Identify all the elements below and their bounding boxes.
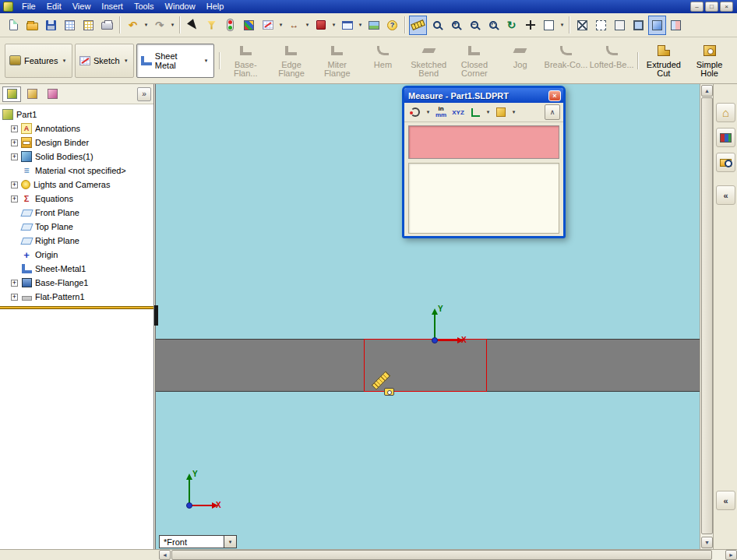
menu-window[interactable]: Window — [160, 0, 201, 13]
menu-insert[interactable]: Insert — [96, 0, 129, 13]
configurationmanager-tab[interactable] — [43, 86, 62, 102]
break-corner-button[interactable]: Break-Co... — [543, 40, 589, 82]
pan-button[interactable] — [521, 16, 539, 35]
redo-dropdown[interactable]: ▾ — [169, 22, 176, 28]
panel-splitter-handle[interactable] — [154, 305, 158, 326]
file-explorer-button[interactable] — [716, 153, 735, 172]
solidworks-resources-button[interactable]: ⌂ — [716, 103, 735, 122]
make-assembly-button[interactable] — [79, 16, 97, 35]
zoom-in-button[interactable] — [446, 16, 464, 35]
print-button[interactable] — [98, 16, 116, 35]
expand-icon[interactable]: + — [11, 280, 18, 287]
edge-flange-button[interactable]: Edge Flange — [269, 40, 315, 82]
expand-icon[interactable]: + — [11, 181, 18, 188]
show-xyz-measurements-button[interactable]: XYZ — [450, 104, 466, 120]
sketch-tab-dropdown[interactable]: ▾ — [123, 58, 129, 64]
expand-icon[interactable]: + — [11, 294, 18, 301]
simple-hole-button[interactable]: Simple Hole — [686, 40, 732, 82]
section-dropdown[interactable]: ▾ — [357, 22, 364, 28]
edit-color-button[interactable] — [240, 16, 258, 35]
expand-icon[interactable]: + — [11, 125, 18, 132]
measure-dialog-titlebar[interactable]: Measure - Part1.SLDPRT × — [404, 88, 563, 103]
units-precision-button[interactable]: in mm — [433, 104, 449, 120]
redo-button[interactable]: ↷ — [150, 16, 168, 35]
make-drawing-button[interactable] — [61, 16, 79, 35]
edit-material-button[interactable] — [312, 16, 330, 35]
rollback-bar[interactable] — [0, 306, 153, 309]
zoom-to-area-button[interactable] — [484, 16, 502, 35]
scroll-right-button[interactable]: ► — [725, 550, 737, 560]
material-dropdown[interactable]: ▾ — [330, 22, 337, 28]
wireframe-button[interactable] — [573, 16, 591, 35]
hem-button[interactable]: Hem — [360, 40, 406, 82]
menu-edit[interactable]: Edit — [41, 0, 67, 13]
tree-item-base-flange1[interactable]: +Base-Flange1 — [0, 276, 153, 290]
select-button[interactable] — [184, 16, 202, 35]
new-document-button[interactable] — [5, 16, 23, 35]
view-orientation-button[interactable] — [540, 16, 558, 35]
miter-flange-button[interactable]: Miter Flange — [314, 40, 360, 82]
tree-item-flat-pattern1[interactable]: +Flat-Pattern1 — [0, 290, 153, 304]
expand-icon[interactable]: + — [11, 195, 18, 203]
projection-button[interactable] — [493, 104, 509, 120]
sketched-bend-button[interactable]: Sketched Bend — [406, 40, 452, 82]
jog-button[interactable]: Jog — [497, 40, 543, 82]
tree-item-equations[interactable]: +Equations — [0, 192, 153, 206]
expand-icon[interactable]: + — [11, 153, 18, 160]
drawing-sheet-button[interactable] — [365, 16, 383, 35]
sketch-dropdown[interactable]: ▾ — [277, 22, 284, 28]
zoom-to-fit-button[interactable] — [428, 16, 446, 35]
collapse-taskpane-button-lower[interactable]: « — [716, 491, 735, 510]
collapse-dialog-button[interactable]: ∧ — [545, 104, 560, 120]
smart-dimension-button[interactable]: ↔ — [285, 16, 303, 35]
undo-button[interactable]: ↶ — [124, 16, 142, 35]
dimension-dropdown[interactable]: ▾ — [304, 22, 311, 28]
scroll-down-button[interactable]: ▼ — [701, 537, 713, 548]
lofted-bend-button[interactable]: Lofted-Be... — [589, 40, 635, 82]
tree-item-material[interactable]: Material <not specified> — [0, 164, 153, 178]
measure-tool-button[interactable] — [409, 16, 427, 35]
tree-item-part1[interactable]: Part1 — [0, 107, 153, 122]
base-flange-button[interactable]: Base-Flan... — [223, 40, 269, 82]
open-document-button[interactable] — [23, 16, 41, 35]
hidden-lines-visible-button[interactable] — [592, 16, 610, 35]
propertymanager-tab[interactable] — [23, 86, 41, 102]
tree-item-design-binder[interactable]: +Design Binder — [0, 136, 153, 150]
vertical-scroll-thumb[interactable] — [701, 97, 713, 534]
arc-circle-measure-button[interactable] — [407, 104, 423, 120]
scroll-up-button[interactable]: ▲ — [701, 85, 713, 97]
collapse-taskpane-button[interactable]: « — [716, 185, 735, 205]
shaded-with-edges-button[interactable] — [629, 16, 647, 35]
view-orientation-combo[interactable]: *Front ▾ — [159, 535, 237, 548]
extruded-cut-button[interactable]: Extruded Cut — [641, 40, 687, 82]
section-display-button[interactable] — [667, 16, 685, 35]
tree-item-right-plane[interactable]: Right Plane — [0, 234, 153, 248]
scroll-left-button[interactable]: ◄ — [159, 550, 171, 560]
point-to-point-dropdown[interactable]: ▾ — [485, 109, 492, 115]
undo-dropdown[interactable]: ▾ — [143, 22, 150, 28]
measure-dialog[interactable]: Measure - Part1.SLDPRT × ▾ in mm XYZ ▾ ▾… — [402, 86, 566, 238]
tree-item-lights-cameras[interactable]: +Lights and Cameras — [0, 178, 153, 192]
zoom-out-button[interactable] — [465, 16, 483, 35]
tab-sheet-metal[interactable]: Sheet Metal ▾ — [136, 44, 214, 78]
design-library-button[interactable] — [716, 128, 735, 147]
vertical-scrollbar[interactable]: ▲ ▼ — [700, 84, 713, 549]
tab-features[interactable]: Features ▾ — [5, 44, 72, 78]
arc-measure-dropdown[interactable]: ▾ — [425, 109, 432, 115]
tree-item-origin[interactable]: Origin — [0, 248, 153, 262]
sheet-metal-tab-dropdown[interactable]: ▾ — [203, 58, 210, 64]
tab-sketch[interactable]: Sketch ▾ — [75, 44, 134, 78]
rotate-view-button[interactable]: ↻ — [503, 16, 520, 35]
tree-item-sheet-metal1[interactable]: Sheet-Metal1 — [0, 262, 153, 276]
save-button[interactable] — [42, 16, 60, 35]
featuremanager-tab[interactable] — [2, 86, 21, 102]
tree-item-solid-bodies[interactable]: +Solid Bodies(1) — [0, 150, 153, 164]
rebuild-button[interactable] — [221, 16, 239, 35]
point-to-point-button[interactable] — [467, 104, 483, 120]
menu-view[interactable]: View — [67, 0, 97, 13]
horizontal-scrollbar[interactable]: ◄ ► — [159, 550, 737, 560]
view-orientation-dropdown[interactable]: ▾ — [559, 22, 566, 28]
combo-dropdown-button[interactable]: ▾ — [224, 536, 236, 548]
menu-tools[interactable]: Tools — [129, 0, 160, 13]
dialog-close-button[interactable]: × — [548, 90, 561, 101]
